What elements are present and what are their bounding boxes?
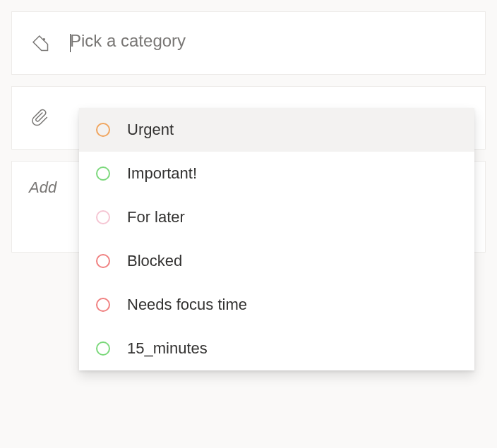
category-option[interactable]: Needs focus time [79, 283, 474, 327]
svg-point-0 [43, 38, 46, 41]
category-dropdown: UrgentImportant!For laterBlockedNeeds fo… [79, 108, 474, 370]
category-option[interactable]: Blocked [79, 239, 474, 283]
category-color-circle [96, 298, 110, 312]
category-color-circle [96, 254, 110, 268]
category-option-label: Needs focus time [127, 296, 247, 314]
category-color-circle [96, 210, 110, 224]
notes-label: Add [29, 178, 56, 197]
category-option-label: Important! [127, 164, 197, 183]
category-option[interactable]: Urgent [79, 108, 474, 152]
category-input[interactable] [70, 31, 468, 51]
category-option-label: For later [127, 208, 185, 226]
category-option[interactable]: 15_minutes [79, 327, 474, 370]
category-option-label: Blocked [127, 252, 182, 270]
category-color-circle [96, 123, 110, 137]
category-option[interactable]: For later [79, 195, 474, 239]
category-option-label: Urgent [127, 121, 174, 139]
category-option[interactable]: Important! [79, 152, 474, 195]
category-picker-card[interactable] [11, 11, 486, 75]
category-option-label: 15_minutes [127, 339, 208, 358]
tag-icon [29, 32, 52, 54]
category-color-circle [96, 341, 110, 356]
paperclip-icon [29, 107, 52, 129]
category-color-circle [96, 167, 110, 181]
